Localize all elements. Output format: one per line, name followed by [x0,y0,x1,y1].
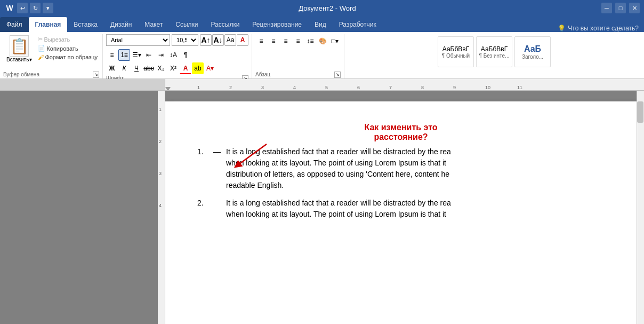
tab-review[interactable]: Рецензирование [246,17,308,32]
tab-file[interactable]: Файл [0,17,29,32]
list-item-2-number: 2. [197,197,213,220]
vertical-ruler: 1 2 3 4 [158,91,165,324]
style-no-spacing-label: ¶ Без инте... [479,53,510,59]
ruler-mark-1: 1 [197,85,200,90]
style-heading1[interactable]: АаБ Заголо... [514,36,551,67]
strikethrough-button[interactable]: abc [143,62,155,74]
ruler-mark-11: 11 [517,85,522,90]
multilevel-button[interactable]: ☰▾ [131,49,142,61]
list-item-1-text: It is a long established fact that a rea… [226,146,605,191]
italic-button[interactable]: К [118,62,130,74]
font-content: Arial 10,5 A↑ A↓ Aa A ≡ 1≡ ☰▾ ⇤ ⇥ ↕A [106,34,248,74]
window-title: Документ2 - Word [53,4,601,12]
word-logo-icon[interactable]: W [4,3,15,13]
window-controls: ─ □ ✕ [601,3,640,13]
underline-button[interactable]: Ч [131,62,142,74]
text-effects-button[interactable]: A [237,34,248,46]
superscript-button[interactable]: X² [167,62,179,74]
align-center-button[interactable]: ≡ [268,35,279,47]
paste-icon: 📋 [10,35,29,57]
tab-developer[interactable]: Разработчик [333,17,383,32]
line-spacing-button[interactable]: ↕≡ [304,35,316,47]
cut-button[interactable]: ✂ Вырезать [36,35,99,43]
decrease-indent-button[interactable]: ⇤ [143,49,155,61]
clipboard-footer: Буфер обмена ↘ [3,70,99,78]
font-size-selector[interactable]: 10,5 [172,34,198,46]
styles-content: АаБбВвГ ¶ Обычный АаБбВвГ ¶ Без инте... … [436,34,553,69]
search-placeholder: Что вы хотите сделать? [568,25,639,32]
bold-row: Ж К Ч abc X₂ X² A ab A▾ [106,62,216,74]
vruler-mark-1: 1 [159,107,162,112]
style-no-spacing[interactable]: АаБбВвГ ¶ Без инте... [476,36,512,67]
align-left-button[interactable]: ≡ [255,35,267,47]
tab-home[interactable]: Главная [29,17,68,32]
ruler-mark-2: 2 [229,85,232,90]
tab-view[interactable]: Вид [308,17,333,32]
document-page[interactable]: Как изменить это расстояние? 1. — [165,101,637,324]
font-size-buttons: A↑ A↓ Aa A [200,34,248,46]
maximize-button[interactable]: □ [615,3,626,13]
align-right-button[interactable]: ≡ [280,35,292,47]
scrollbar-thumb[interactable] [637,101,643,123]
ruler-mark-3: 3 [261,85,264,90]
paste-button[interactable]: 📋 Вставить ▾ [3,34,35,64]
ribbon-tabs: Файл Главная Вставка Дизайн Макет Ссылки… [0,16,644,32]
title-bar-left: W ↩ ↻ ▾ [4,3,53,13]
font-name-selector[interactable]: Arial [106,34,170,46]
bold-button[interactable]: Ж [106,62,118,74]
undo-button[interactable]: ↩ [17,3,28,13]
tab-references[interactable]: Ссылки [169,17,204,32]
decrease-font-button[interactable]: A↓ [212,34,224,46]
align-row: ≡ ≡ ≡ ≡ ↕≡ 🎨 □▾ [255,35,341,47]
paste-label: Вставить ▾ [6,57,32,62]
highlight-button[interactable]: ab [192,62,204,74]
left-margin: 1 2 3 4 [0,91,165,324]
ruler: 1 2 3 4 5 6 7 8 9 10 11 [0,79,644,91]
ribbon: 📋 Вставить ▾ ✂ Вырезать 📄 Копировать 🖌 Ф… [0,32,644,79]
document-area: 1 2 3 4 Как изменить это расстояние? [0,91,644,324]
paragraph-label: Абзац [255,70,270,78]
paragraph-expand-button[interactable]: ↘ [334,72,341,78]
clipboard-expand-button[interactable]: ↘ [93,72,99,78]
vruler-mark-3: 3 [159,171,162,176]
copy-button[interactable]: 📄 Копировать [36,44,99,52]
search-icon: 💡 [558,25,566,32]
format-painter-button[interactable]: 🖌 Формат по образцу [36,53,99,61]
subscript-button[interactable]: X₂ [155,62,167,74]
paragraph-footer: Абзац ↘ [255,70,341,78]
font-color2-button[interactable]: A▾ [204,62,216,74]
shading-button[interactable]: 🎨 [317,35,328,47]
bullets-button[interactable]: ≡ [106,49,118,61]
style-normal[interactable]: АаБбВвГ ¶ Обычный [438,36,474,67]
numbering-button[interactable]: 1≡ [118,49,130,61]
show-marks-button[interactable]: ¶ [180,49,191,61]
tab-insert[interactable]: Вставка [67,17,104,32]
borders-button[interactable]: □▾ [329,35,341,47]
list-item-2-dash [213,197,226,220]
style-no-spacing-preview: АаБбВвГ [481,45,508,53]
vertical-scrollbar[interactable] [637,91,644,324]
redo-button[interactable]: ↻ [30,3,41,13]
list-item-2: 2. It is a long established fact that a … [197,197,605,220]
minimize-button[interactable]: ─ [601,3,612,13]
ribbon-search[interactable]: 💡 Что вы хотите сделать? [552,25,644,32]
increase-indent-button[interactable]: ⇥ [155,49,167,61]
tab-mailings[interactable]: Рассылки [205,17,246,32]
increase-font-button[interactable]: A↑ [200,34,212,46]
clipboard-small-buttons: ✂ Вырезать 📄 Копировать 🖌 Формат по обра… [36,35,99,61]
clipboard-label: Буфер обмена [3,70,39,78]
font-group: Arial 10,5 A↑ A↓ Aa A ≡ 1≡ ☰▾ ⇤ ⇥ ↕A [103,34,252,78]
tab-design[interactable]: Дизайн [104,17,138,32]
font-color-button[interactable]: A [180,62,191,74]
tab-layout[interactable]: Макет [138,17,169,32]
ruler-mark-6: 6 [357,85,360,90]
align-justify-button[interactable]: ≡ [292,35,304,47]
indent-marker[interactable] [165,87,171,91]
close-button[interactable]: ✕ [629,3,640,13]
ruler-mark-5: 5 [325,85,328,90]
quick-access-more[interactable]: ▾ [43,3,53,13]
ruler-mark-10: 10 [485,85,490,90]
sort-button[interactable]: ↕A [167,49,179,61]
page-area: Как изменить это расстояние? 1. — [165,91,637,324]
clear-format-button[interactable]: Aa [224,34,236,46]
